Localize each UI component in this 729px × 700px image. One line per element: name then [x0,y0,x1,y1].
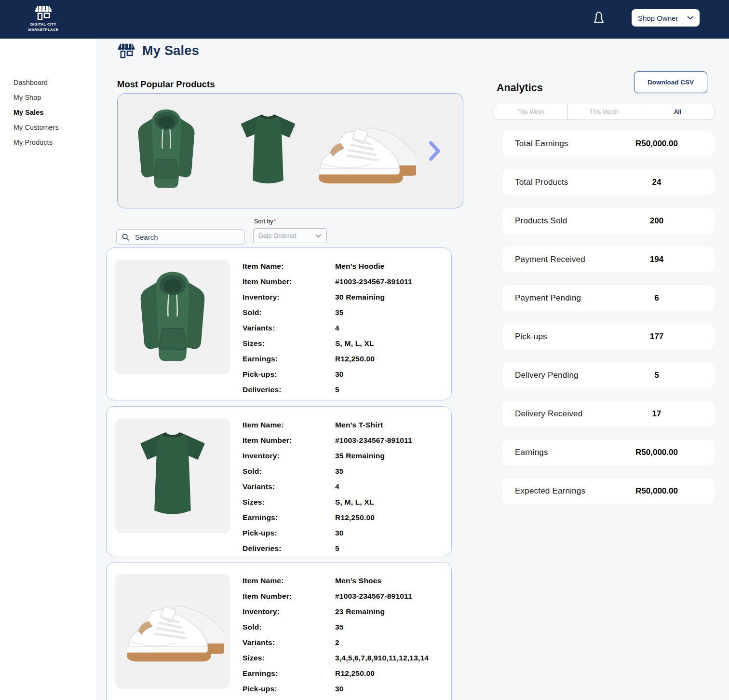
tshirt-product-image [130,429,216,522]
stat-value: 200 [623,216,690,226]
storefront-logo-icon [33,5,54,21]
product-card-hoodie[interactable]: Item Name:Men’s Hoodie Item Number:#1003… [106,247,452,400]
storefront-page-icon [117,42,135,59]
sidebar-item-my-customers[interactable]: My Customers [0,120,96,135]
product-image-frame [115,260,230,374]
top-navbar: DIGITAL CITY MARKETPLACE Shop Owner [0,0,729,39]
stat-label: Products Sold [515,216,567,226]
field-value-sizes: S, M, L, XL [335,498,374,507]
stat-card-delivery-pending: Delivery Pending 5 [502,362,714,388]
sort-by-label: Sort by* [254,218,276,225]
field-value-deliveries: 5 [335,544,339,553]
field-value-variants: 4 [335,482,339,491]
stat-value: 194 [623,255,690,264]
product-card-tshirt[interactable]: Item Name:Men’s T-Shirt Item Number:#100… [106,406,452,556]
field-label-pickups: Pick-ups: [243,685,335,693]
field-label-item-number: Item Number: [243,277,335,286]
field-value-variants: 2 [335,638,339,647]
field-value-sold: 35 [335,308,344,317]
stat-label: Delivery Pending [515,371,579,380]
field-label-inventory: Inventory: [243,293,335,302]
field-label-variants: Variants: [243,638,335,647]
stat-value: 177 [623,332,690,342]
sidebar-item-my-products[interactable]: My Products [0,135,96,150]
analytics-title: Analytics [497,82,543,94]
stat-label: Delivery Received [515,409,582,419]
field-value-sold: 35 [335,623,344,631]
popular-products-carousel [117,93,463,208]
stat-card-products-sold: Products Sold 200 [502,208,714,234]
required-asterisk: * [274,218,276,225]
product-fields: Item Name:Men’s Hoodie Item Number:#1003… [243,259,412,398]
sidebar: Dashboard My Shop My Sales My Customers … [0,39,97,700]
popular-products-heading: Most Popular Products [117,79,215,90]
stat-label: Pick-ups [515,332,547,342]
stat-label: Earnings [515,448,548,457]
field-label-deliveries: Deliveries: [243,385,335,394]
stat-card-total-earnings: Total Earnings R50,000.00 [502,131,714,157]
stat-value: 6 [623,293,690,303]
search-box [116,229,245,245]
stat-card-delivery-received: Delivery Received 17 [502,401,714,427]
field-label-inventory: Inventory: [243,607,335,616]
hoodie-product-image[interactable] [131,106,202,192]
app-root: DIGITAL CITY MARKETPLACE Shop Owner Dash… [0,0,729,700]
field-label-sold: Sold: [243,623,335,631]
field-label-earnings: Earnings: [243,355,335,363]
field-value-sold: 35 [335,467,344,476]
field-value-pickups: 30 [335,370,344,379]
search-icon [122,233,130,241]
stat-value: R50,000.00 [623,139,690,149]
product-fields: Item Name:Men’s T-Shirt Item Number:#100… [243,417,412,556]
field-value-earnings: R12,250.00 [335,669,375,678]
field-value-inventory: 23 Remaining [335,607,385,616]
field-value-earnings: R12,250.00 [335,513,375,522]
stat-card-pickups: Pick-ups 177 [502,324,714,350]
field-value-item-name: Men’s T-Shirt [335,421,383,429]
stat-card-payment-pending: Payment Pending 6 [502,285,714,311]
tab-all[interactable]: All [641,104,714,119]
page-title-text: My Sales [142,43,199,58]
field-label-sizes: Sizes: [243,498,335,507]
stat-value: 5 [623,371,690,380]
field-label-sold: Sold: [243,467,335,476]
brand-logo[interactable]: DIGITAL CITY MARKETPLACE [26,5,61,32]
field-label-sold: Sold: [243,308,335,317]
sidebar-item-my-shop[interactable]: My Shop [0,90,96,105]
notifications-bell-button[interactable] [591,10,607,27]
tab-this-month[interactable]: This Month [567,104,640,119]
tshirt-product-image[interactable] [232,112,304,190]
field-value-variants: 4 [335,324,339,332]
sidebar-item-dashboard[interactable]: Dashboard [0,75,96,90]
download-csv-button[interactable]: Download CSV [634,71,707,93]
sort-dropdown[interactable]: Date Ordered [253,228,327,243]
brand-name: DIGITAL CITY MARKETPLACE [26,22,61,32]
sidebar-item-my-sales[interactable]: My Sales [0,105,96,120]
stat-label: Payment Pending [515,293,581,303]
stat-card-expected-earnings: Expected Earnings R50,000.00 [502,478,714,504]
carousel-next-button[interactable] [426,140,444,163]
field-label-pickups: Pick-ups: [243,370,335,379]
field-value-pickups: 30 [335,529,344,537]
field-value-deliveries: 5 [335,385,339,394]
field-value-inventory: 35 Remaining [335,452,385,460]
shoes-product-image[interactable] [313,115,416,192]
tab-this-week[interactable]: This Week [494,104,567,119]
chevron-down-icon [687,16,693,20]
field-value-item-name: Men’s Shoes [335,576,381,585]
field-label-item-number: Item Number: [243,592,335,601]
field-label-pickups: Pick-ups: [243,529,335,537]
stat-label: Total Earnings [515,139,568,149]
search-input[interactable] [134,233,240,242]
product-image-frame [115,418,230,533]
stat-card-payment-received: Payment Received 194 [502,247,714,273]
field-value-sizes: S, M, L, XL [335,339,374,348]
stat-value: 24 [623,178,690,187]
field-label-item-name: Item Name: [243,421,335,429]
field-value-item-name: Men’s Hoodie [335,262,385,271]
role-dropdown[interactable]: Shop Owner [632,9,700,27]
field-label-sizes: Sizes: [243,339,335,348]
product-image-frame [115,574,230,689]
product-card-shoes[interactable]: Item Name:Men’s Shoes Item Number:#1003-… [106,562,452,700]
field-label-earnings: Earnings: [243,669,335,678]
